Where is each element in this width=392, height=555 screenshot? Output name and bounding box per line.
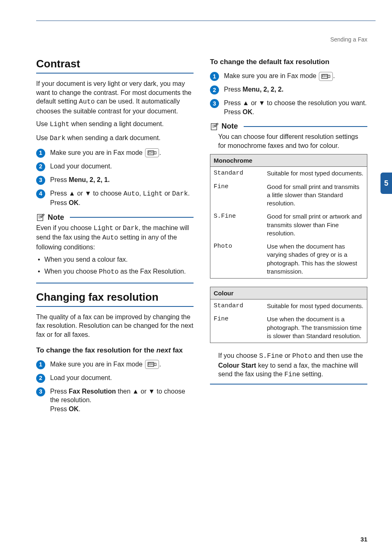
step-4: 4 Press ▲ or ▼ to choose Auto, Light or … — [36, 189, 194, 207]
step-3: 3 Press Menu, 2, 2, 1. — [36, 175, 194, 185]
text: when sending a dark document. — [65, 134, 160, 141]
note-body: Even if you choose Light or Dark, the ma… — [36, 223, 194, 252]
text: or — [163, 190, 172, 197]
monochrome-table: Monochrome StandardSuitable for most typ… — [210, 154, 367, 279]
text: Press — [50, 388, 69, 395]
note-block: Note Even if you choose Light or Dark, t… — [36, 213, 194, 283]
text: . — [78, 405, 80, 412]
text: or — [283, 352, 292, 359]
option-desc: Use when the document has varying shades… — [263, 240, 367, 279]
text: . — [333, 72, 334, 79]
step-text: Load your document. — [50, 373, 194, 382]
code-sfine: S.Fine — [259, 352, 283, 360]
note-bullets: When you send a colour fax. When you cho… — [44, 255, 194, 277]
option-key: Photo — [210, 240, 264, 279]
bullet: When you choose Photo as the Fax Resolut… — [44, 267, 194, 277]
table-row: S.FineGood for small print or artwork an… — [210, 210, 367, 240]
text: as the Fax Resolution. — [119, 268, 186, 275]
text: Use — [36, 134, 50, 141]
step-badge: 3 — [210, 99, 219, 108]
left-column: Contrast If your document is very light … — [36, 58, 194, 418]
table-row: PhotoUse when the document has varying s… — [210, 240, 367, 279]
step-text: Load your document. — [50, 162, 194, 171]
fax-mode-icon — [145, 148, 159, 157]
text: . — [159, 149, 161, 156]
fax-resolution-key: Fax Resolution — [69, 388, 116, 395]
code-auto: Auto — [123, 190, 139, 198]
table-row: FineGood for small print and transmits a… — [210, 180, 367, 210]
svg-rect-11 — [149, 363, 151, 365]
option-key: S.Fine — [210, 210, 264, 240]
text: Make sure you are in Fax mode — [224, 72, 318, 79]
fax-mode-icon — [145, 360, 159, 369]
text: Make sure you are in Fax mode — [50, 149, 144, 156]
svg-rect-21 — [328, 75, 330, 78]
text: . — [159, 361, 161, 368]
breadcrumb: Sending a Fax — [330, 36, 367, 43]
code-light: Light — [143, 190, 163, 198]
note-rule — [244, 126, 367, 127]
code-dark: Dark — [123, 225, 138, 232]
text: Use — [36, 120, 50, 127]
text: , 2, 2, 2. — [260, 86, 284, 93]
ok-key: OK — [242, 108, 252, 115]
code-photo: Photo — [99, 268, 119, 276]
step-text: Make sure you are in Fax mode . — [224, 71, 367, 81]
svg-rect-15 — [154, 363, 156, 366]
step-text: Press Fax Resolution then ▲ or ▼ to choo… — [50, 387, 194, 414]
note-icon — [36, 213, 45, 221]
option-key: Fine — [210, 180, 264, 210]
step-badge: 4 — [36, 189, 45, 198]
contrast-intro: If your document is very light or very d… — [36, 79, 194, 115]
text: , 2, 2, 1. — [86, 176, 110, 183]
option-desc: Suitable for most typed documents. — [263, 167, 367, 180]
closing-paragraph: If you choose S.Fine or Photo and then u… — [210, 351, 367, 380]
text: Press — [224, 108, 242, 115]
text: Press — [50, 405, 69, 412]
text: . — [252, 108, 254, 115]
step-text: Make sure you are in Fax mode . — [50, 148, 194, 158]
code-dark: Dark — [50, 135, 65, 142]
ok-key: OK — [69, 405, 78, 412]
text: setting. — [300, 371, 323, 378]
fax-mode-icon — [319, 72, 333, 81]
text: or — [113, 224, 123, 231]
step-1: 1 Make sure you are in Fax mode . — [36, 360, 194, 369]
colour-table: Colour StandardSuitable for most typed d… — [210, 287, 367, 343]
text: Press ▲ or ▼ to choose — [50, 190, 123, 197]
step-1: 1 Make sure you are in Fax mode . — [36, 148, 194, 158]
text: When you choose — [44, 268, 99, 275]
emph: next — [157, 346, 171, 354]
text: . — [188, 190, 189, 197]
svg-rect-17 — [323, 75, 325, 77]
table-row: StandardSuitable for most typed document… — [210, 167, 367, 180]
note-icon — [210, 122, 219, 131]
page-number: 31 — [360, 536, 367, 543]
contrast-steps: 1 Make sure you are in Fax mode . 2 Load… — [36, 148, 194, 207]
option-desc: Good for small print or artwork and tran… — [263, 210, 367, 240]
option-key: Fine — [210, 313, 264, 343]
top-rule — [36, 21, 376, 21]
table-header: Colour — [210, 287, 367, 299]
colour-start-key: Colour Start — [218, 362, 256, 369]
step-text: Press ▲ or ▼ to choose the resolution yo… — [224, 99, 367, 116]
next-fax-steps: 1 Make sure you are in Fax mode . 2 Load… — [36, 360, 194, 414]
text: and then use the — [312, 352, 363, 359]
step-text: Press Menu, 2, 2, 2. — [224, 85, 367, 94]
subhead-default-resolution: To change the default fax resolution — [210, 58, 367, 67]
text: Make sure you are in Fax mode — [50, 361, 144, 368]
step-2: 2 Load your document. — [36, 373, 194, 383]
note-title: Note — [221, 122, 238, 131]
text: Even if you choose — [36, 224, 94, 231]
menu-key: Menu — [69, 176, 86, 183]
subhead-next-fax: To change the fax resolution for the nex… — [36, 346, 194, 355]
step-3: 3 Press Fax Resolution then ▲ or ▼ to ch… — [36, 387, 194, 414]
note-foot-rule — [36, 283, 194, 283]
ok-key: OK — [69, 199, 78, 206]
step-badge: 2 — [36, 374, 45, 383]
heading-contrast: Contrast — [36, 58, 194, 70]
text: , — [139, 190, 143, 197]
step-badge: 1 — [36, 360, 45, 369]
option-key: Standard — [210, 299, 264, 313]
text: Press — [50, 199, 69, 206]
